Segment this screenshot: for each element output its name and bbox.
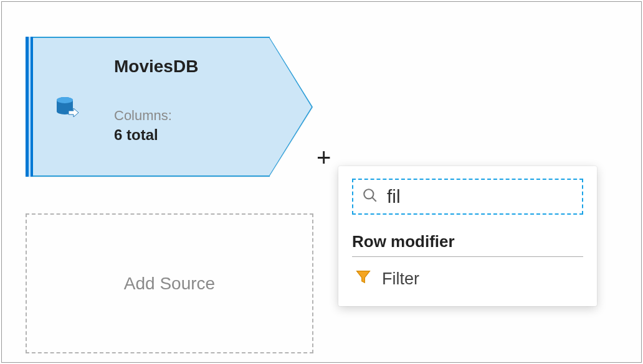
search-icon xyxy=(362,187,378,206)
menu-item-filter[interactable]: Filter xyxy=(352,257,583,292)
database-export-icon xyxy=(54,93,81,121)
add-transformation-button[interactable]: + xyxy=(317,145,331,170)
svg-point-1 xyxy=(57,97,73,103)
transformation-picker-popup: Row modifier Filter xyxy=(338,166,597,306)
dataflow-canvas[interactable]: MoviesDB Columns: 6 total + Add Source R… xyxy=(1,1,642,363)
add-source-placeholder[interactable]: Add Source xyxy=(26,213,313,353)
node-title: MoviesDB xyxy=(114,57,257,77)
node-columns-label: Columns: xyxy=(114,108,257,124)
search-input[interactable] xyxy=(387,186,624,207)
svg-line-3 xyxy=(372,197,376,202)
node-body: MoviesDB Columns: 6 total xyxy=(102,37,270,177)
search-box[interactable] xyxy=(352,179,583,215)
funnel-icon xyxy=(355,268,372,290)
source-node[interactable]: MoviesDB Columns: 6 total xyxy=(26,37,313,177)
node-columns-value: 6 total xyxy=(114,126,257,144)
svg-point-2 xyxy=(364,189,373,198)
node-icon-column xyxy=(33,37,102,177)
menu-item-label: Filter xyxy=(382,269,419,289)
node-selection-bar xyxy=(26,37,31,177)
add-source-label: Add Source xyxy=(124,274,215,294)
node-arrowhead xyxy=(270,37,313,177)
section-header-row-modifier: Row modifier xyxy=(352,232,583,257)
